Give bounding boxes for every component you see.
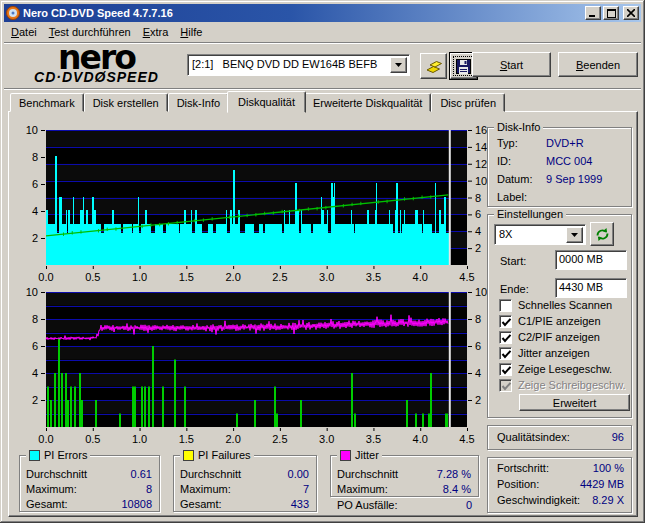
checkbox-label: Zeige Schreibgeschw. (518, 379, 626, 391)
speed-select-arrow[interactable] (566, 227, 583, 243)
tab-diskqualitaet[interactable]: Diskqualität (227, 91, 306, 113)
svg-text:6: 6 (32, 178, 38, 190)
chevron-down-icon (571, 233, 578, 237)
svg-text:6: 6 (475, 340, 481, 352)
pi-failures-avg-value: 0.00 (288, 468, 309, 480)
window-title: Nero CD-DVD Speed 4.7.7.16 (23, 7, 583, 19)
start-button[interactable]: Start (472, 52, 551, 77)
refresh-icon (595, 227, 610, 242)
svg-text:6: 6 (32, 340, 38, 352)
checkbox-jitter[interactable]: Jitter anzeigen (499, 346, 590, 360)
disk-type-value: DVD+R (546, 137, 584, 149)
drive-select-arrow[interactable] (390, 57, 407, 73)
progress-group: Fortschritt:100 % Position:4429 MB Gesch… (487, 457, 632, 513)
svg-text:2.5: 2.5 (272, 433, 287, 445)
checkbox-box (499, 347, 512, 360)
svg-text:1.5: 1.5 (179, 271, 194, 283)
disk-id-value: MCC 004 (546, 155, 592, 167)
svg-text:3.0: 3.0 (319, 433, 334, 445)
tab-disk-info[interactable]: Disk-Info (168, 93, 229, 112)
scan-start-field[interactable]: 0000 MB (555, 250, 627, 270)
app-window: Nero CD-DVD Speed 4.7.7.16 Datei Test du… (0, 0, 645, 523)
pi-errors-group: PI Errors Durchschnitt0.61 Maximum:8 Ges… (19, 455, 160, 512)
tab-disk-erstellen[interactable]: Disk erstellen (84, 93, 168, 112)
title-bar: Nero CD-DVD Speed 4.7.7.16 (4, 4, 641, 22)
refresh-button[interactable] (590, 222, 614, 246)
svg-text:8: 8 (475, 192, 481, 204)
tab-bar: Benchmark Disk erstellen Disk-Info Diskq… (10, 90, 505, 112)
pi-failures-total-value: 433 (291, 498, 309, 510)
svg-text:12: 12 (475, 158, 487, 170)
settings-group: Einstellungen 8X Start: 0000 MB Ende: 44… (487, 214, 632, 418)
eject-icon (425, 57, 443, 75)
checkbox-zeige-lesegeschw[interactable]: Zeige Lesegeschw. (499, 362, 612, 376)
quality-index-label: Qualitätsindex: (497, 431, 570, 443)
app-icon[interactable] (6, 6, 20, 20)
speed-select[interactable]: 8X (494, 224, 586, 245)
disk-type-label: Typ: (497, 137, 518, 149)
svg-text:0.0: 0.0 (38, 271, 53, 283)
position-label: Position: (497, 478, 539, 490)
svg-text:1.0: 1.0 (132, 271, 147, 283)
tab-disc-pruefen[interactable]: Disc prüfen (431, 93, 505, 112)
maximize-button[interactable] (603, 6, 619, 20)
pi-failures-avg-label: Durchschnitt (180, 468, 241, 480)
svg-text:4.5: 4.5 (459, 271, 474, 283)
svg-text:2.0: 2.0 (225, 271, 240, 283)
checkbox-c2-pif[interactable]: C2/PIF anzeigen (499, 330, 600, 344)
disk-id-label: ID: (497, 155, 511, 167)
jitter-group: Jitter Durchschnitt7.28 % Maximum:8.4 % (330, 455, 479, 497)
cdspeed-logo-text: CD·DVDØSPEED (14, 71, 179, 84)
pi-failures-total-label: Gesamt: (180, 498, 222, 510)
svg-text:2: 2 (475, 394, 481, 406)
speed-select-value: 8X (499, 228, 512, 240)
svg-text:0.5: 0.5 (85, 271, 100, 283)
svg-text:2: 2 (475, 242, 481, 254)
checkbox-schnelles-scannen[interactable]: Schnelles Scannen (499, 298, 612, 312)
quality-index-group: Qualitätsindex:96 (487, 425, 632, 450)
drive-select[interactable]: [2:1] BENQ DVD DD EW164B BEFB (187, 54, 410, 76)
svg-text:8: 8 (475, 313, 481, 325)
menu-hilfe[interactable]: Hilfe (174, 24, 208, 40)
checkbox-zeige-schreibgeschw[interactable]: Zeige Schreibgeschw. (499, 378, 626, 392)
eject-button[interactable] (420, 53, 447, 79)
svg-text:4: 4 (475, 225, 481, 237)
pi-errors-total-value: 10808 (121, 498, 152, 510)
progress-label: Fortschritt: (497, 462, 549, 474)
checkbox-box (499, 331, 512, 344)
minimize-button[interactable] (585, 6, 601, 20)
scan-end-value: 4430 MB (559, 281, 603, 293)
quit-button[interactable]: Beenden (558, 52, 638, 77)
disk-date-value: 9 Sep 1999 (546, 173, 602, 185)
tab-benchmark[interactable]: Benchmark (10, 93, 84, 112)
scan-end-field[interactable]: 4430 MB (555, 278, 627, 298)
pi-failures-swatch (183, 450, 194, 461)
svg-text:8: 8 (32, 151, 38, 163)
svg-text:10: 10 (26, 124, 38, 136)
maximize-icon (607, 9, 616, 18)
svg-text:10: 10 (475, 286, 487, 298)
pi-errors-swatch (29, 450, 40, 461)
svg-text:3.5: 3.5 (366, 433, 381, 445)
checkbox-c1-pie[interactable]: C1/PIE anzeigen (499, 314, 601, 328)
jitter-swatch (340, 450, 351, 461)
svg-text:2.5: 2.5 (272, 271, 287, 283)
jitter-avg-value: 7.28 % (437, 468, 471, 480)
svg-text:6: 6 (475, 208, 481, 220)
svg-text:14: 14 (475, 141, 487, 153)
tab-erweiterte-diskqualitaet[interactable]: Erweiterte Diskqualität (304, 93, 431, 112)
checkbox-box (499, 315, 512, 328)
pi-failures-group: PI Failures Durchschnitt0.00 Maximum:7 G… (173, 455, 317, 512)
checkbox-label: Jitter anzeigen (518, 347, 590, 359)
close-button[interactable] (623, 6, 639, 20)
svg-text:2.0: 2.0 (225, 433, 240, 445)
menu-datei[interactable]: Datei (5, 24, 43, 40)
svg-text:4.0: 4.0 (413, 271, 428, 283)
menu-extra[interactable]: Extra (137, 24, 175, 40)
advanced-button[interactable]: Erweitert (519, 394, 630, 411)
checkbox-box (499, 363, 512, 376)
svg-text:1.5: 1.5 (179, 433, 194, 445)
pi-failures-title: PI Failures (180, 449, 254, 462)
svg-text:4: 4 (32, 367, 38, 379)
svg-text:2: 2 (32, 232, 38, 244)
